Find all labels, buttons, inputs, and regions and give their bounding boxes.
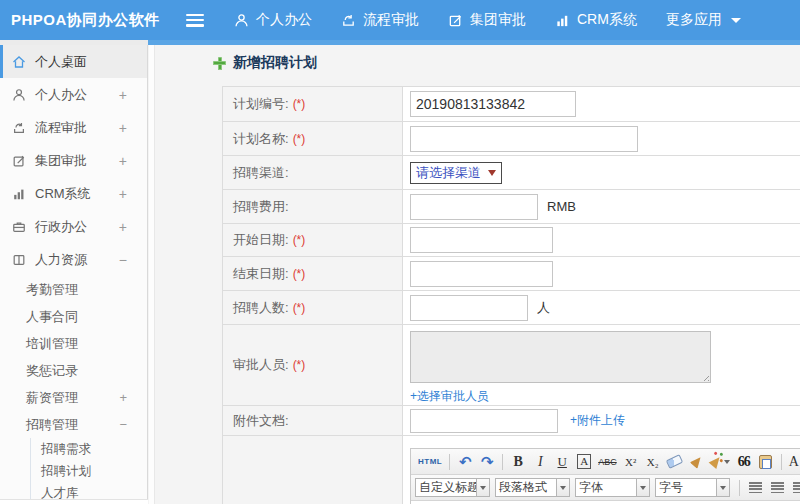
- plan-number-input[interactable]: [410, 91, 576, 117]
- field-cell: [403, 257, 800, 290]
- sidebar-item-label: 薪资管理: [26, 389, 78, 407]
- paste-word-button[interactable]: [756, 452, 776, 472]
- sidebar-scroll-track[interactable]: [149, 45, 155, 504]
- editor-toolbar-row1: HTML ↶ ↷ B I U A ABC X² X₂: [411, 449, 800, 475]
- font-family-dropdown[interactable]: 字体: [575, 478, 650, 497]
- redo-button[interactable]: ↷: [477, 452, 497, 472]
- approvers-textarea[interactable]: [410, 331, 711, 383]
- user-icon: [12, 88, 26, 102]
- undo-button[interactable]: ↶: [455, 452, 475, 472]
- collapse-minus-icon[interactable]: −: [119, 252, 127, 268]
- dropdown-arrow-button[interactable]: [637, 478, 650, 497]
- menu-toggle-icon[interactable]: [186, 14, 204, 27]
- sidebar-item-rewards[interactable]: 奖惩记录: [0, 357, 147, 384]
- html-source-button[interactable]: HTML: [416, 452, 444, 472]
- nav-group-approval[interactable]: 集团审批: [448, 11, 526, 29]
- chart-icon: [555, 13, 570, 28]
- subscript-button[interactable]: X₂: [643, 452, 663, 472]
- caret-down-icon: [731, 18, 741, 23]
- bold-button[interactable]: B: [508, 452, 528, 472]
- sidebar-item-recruit-demand[interactable]: 招聘需求: [31, 438, 147, 460]
- sidebar-item-recruit-plan[interactable]: 招聘计划: [31, 460, 147, 482]
- paragraph-format-dropdown[interactable]: 段落格式: [495, 478, 570, 497]
- unit-suffix: 人: [537, 299, 550, 317]
- sidebar-item-training[interactable]: 培训管理: [0, 330, 147, 357]
- sidebar-item-salary[interactable]: 薪资管理 +: [0, 384, 147, 411]
- start-date-input[interactable]: [410, 227, 553, 253]
- dropdown-arrow-button[interactable]: [717, 478, 730, 497]
- expand-plus-icon[interactable]: +: [119, 87, 127, 103]
- cost-input[interactable]: [410, 194, 538, 220]
- align-right-button[interactable]: [789, 478, 800, 498]
- align-center-button[interactable]: [767, 478, 787, 498]
- workflow-icon: [12, 121, 26, 135]
- form-row-approvers: 审批人员: (*) +选择审批人员: [223, 325, 800, 406]
- book-icon: [12, 253, 26, 267]
- sidebar-item-recruit-mgmt[interactable]: 招聘管理 −: [0, 411, 147, 438]
- eraser-button[interactable]: [665, 452, 685, 472]
- format-brush-button[interactable]: [687, 452, 707, 472]
- heading-dropdown[interactable]: 自定义标题: [415, 478, 490, 497]
- auto-format-button[interactable]: [709, 452, 732, 472]
- sidebar-item-label: 流程审批: [35, 119, 87, 137]
- form-row-editor: HTML ↶ ↷ B I U A ABC X² X₂: [223, 436, 800, 504]
- headcount-input[interactable]: [410, 295, 528, 321]
- italic-button[interactable]: I: [530, 452, 550, 472]
- caret-down-icon: [640, 486, 646, 490]
- sidebar-item-label: 行政办公: [35, 218, 87, 236]
- sidebar-item-personal-office[interactable]: 个人办公 +: [0, 78, 147, 111]
- sidebar-item-label: 人事合同: [26, 308, 78, 326]
- sidebar-item-hr-contract[interactable]: 人事合同: [0, 303, 147, 330]
- dropdown-arrow-button[interactable]: [557, 478, 570, 497]
- field-cell: +选择审批人员: [403, 325, 800, 405]
- rich-text-editor: HTML ↶ ↷ B I U A ABC X² X₂: [410, 448, 800, 504]
- attachment-upload-link[interactable]: +附件上传: [570, 412, 625, 429]
- nav-label: 集团审批: [470, 11, 526, 29]
- end-date-input[interactable]: [410, 261, 553, 287]
- sidebar-item-attendance[interactable]: 考勤管理: [0, 276, 147, 303]
- dropdown-arrow-button[interactable]: [477, 478, 490, 497]
- plan-name-input[interactable]: [410, 126, 638, 152]
- clipboard-icon: [759, 455, 772, 469]
- recruit-submenu: 招聘需求 招聘计划 人才库: [30, 438, 147, 504]
- sidebar-item-label: 个人桌面: [35, 53, 87, 71]
- align-left-button[interactable]: [745, 478, 765, 498]
- sidebar-item-hr[interactable]: 人力资源 −: [0, 243, 147, 276]
- sidebar-item-group-approval[interactable]: 集团审批 +: [0, 144, 147, 177]
- sidebar-item-admin-office[interactable]: 行政办公 +: [0, 210, 147, 243]
- sidebar-item-workflow-approval[interactable]: 流程审批 +: [0, 111, 147, 144]
- toolbar-separator: [781, 454, 782, 470]
- font-size-dropdown[interactable]: 字号: [655, 478, 730, 497]
- nav-more-apps[interactable]: 更多应用: [666, 11, 741, 29]
- nav-personal-office[interactable]: 个人办公: [234, 11, 312, 29]
- resize-grip-icon[interactable]: [700, 372, 709, 381]
- expand-plus-icon[interactable]: +: [119, 390, 127, 405]
- nav-crm-system[interactable]: CRM系统: [555, 11, 637, 29]
- nav-workflow-approval[interactable]: 流程审批: [341, 11, 419, 29]
- channel-select[interactable]: 请选择渠道: [410, 162, 502, 184]
- blockquote-button[interactable]: 66: [734, 452, 754, 472]
- sidebar-item-label: 奖惩记录: [26, 362, 78, 380]
- underline-button[interactable]: U: [552, 452, 572, 472]
- superscript-button[interactable]: X²: [621, 452, 641, 472]
- autotypeset-button[interactable]: A: [577, 454, 591, 469]
- attachment-input[interactable]: [410, 409, 558, 433]
- toolbar-separator: [739, 480, 740, 496]
- strikethrough-button[interactable]: ABC: [596, 452, 619, 472]
- sidebar-item-desktop[interactable]: 个人桌面: [0, 45, 147, 78]
- font-color-button[interactable]: A: [787, 452, 800, 472]
- expand-plus-icon[interactable]: +: [119, 219, 127, 235]
- sidebar-item-label: 人力资源: [35, 251, 87, 269]
- collapse-minus-icon[interactable]: −: [119, 417, 127, 432]
- choose-approvers-link[interactable]: +选择审批人员: [410, 388, 489, 405]
- nav-label: 更多应用: [666, 11, 722, 29]
- sidebar-item-crm[interactable]: CRM系统 +: [0, 177, 147, 210]
- add-plus-icon: [213, 57, 226, 70]
- expand-plus-icon[interactable]: +: [119, 153, 127, 169]
- field-label: 计划编号: (*): [223, 87, 403, 121]
- broom-icon: [689, 454, 704, 469]
- briefcase-icon: [12, 220, 26, 234]
- expand-plus-icon[interactable]: +: [119, 186, 127, 202]
- form-row-end-date: 结束日期: (*): [223, 257, 800, 291]
- expand-plus-icon[interactable]: +: [119, 120, 127, 136]
